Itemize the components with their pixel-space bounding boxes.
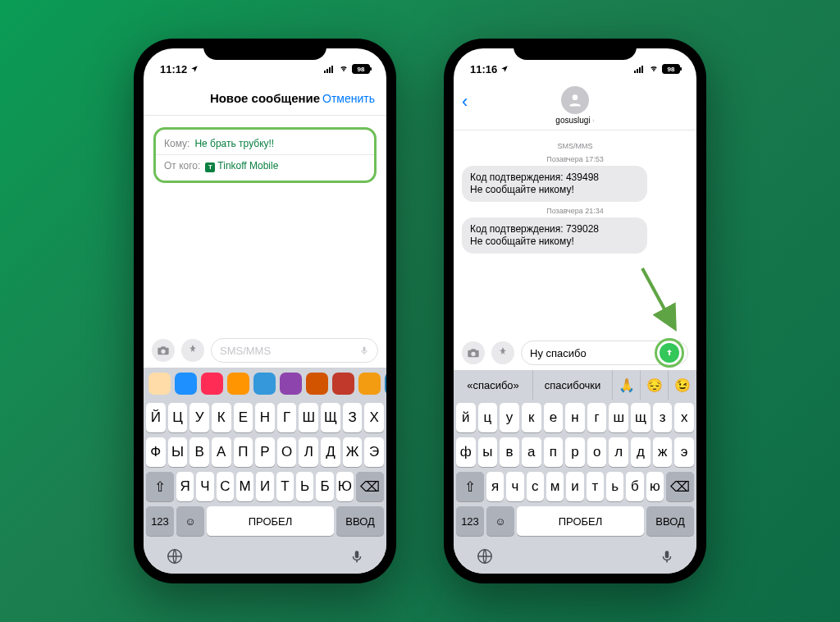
mic-icon[interactable] (359, 344, 369, 357)
app-strip[interactable] (144, 368, 386, 400)
delete-key[interactable]: ⌫ (356, 472, 384, 501)
key-ь[interactable]: ь (606, 472, 623, 501)
key-х[interactable]: х (674, 403, 694, 432)
message-input[interactable]: SMS/MMS (211, 338, 378, 363)
key-ш[interactable]: ш (609, 403, 628, 432)
key-о[interactable]: о (587, 437, 607, 467)
numbers-key[interactable]: 123 (146, 506, 174, 536)
key-г[interactable]: г (587, 403, 607, 432)
key-Ь[interactable]: Ь (296, 472, 313, 501)
camera-button[interactable] (462, 341, 485, 364)
enter-key[interactable]: Ввод (646, 506, 694, 536)
key-Э[interactable]: Э (364, 437, 384, 467)
numbers-key[interactable]: 123 (456, 506, 484, 536)
key-А[interactable]: А (212, 437, 231, 467)
key-м[interactable]: м (546, 472, 564, 501)
shift-key[interactable]: ⇧ (456, 472, 484, 501)
key-Т[interactable]: Т (276, 472, 294, 501)
key-О[interactable]: О (277, 437, 297, 467)
key-д[interactable]: д (631, 437, 651, 467)
key-а[interactable]: а (522, 437, 541, 467)
key-з[interactable]: з (653, 403, 673, 432)
key-т[interactable]: т (587, 472, 604, 501)
key-Х[interactable]: Х (364, 403, 384, 432)
key-в[interactable]: в (500, 437, 519, 467)
globe-icon[interactable] (476, 547, 494, 565)
key-ж[interactable]: ж (653, 437, 673, 467)
key-ю[interactable]: ю (646, 472, 664, 501)
emoji-key[interactable]: ☺ (176, 506, 204, 536)
key-М[interactable]: М (236, 472, 253, 501)
app-drawer-icon-0[interactable] (148, 373, 171, 395)
from-field[interactable]: От кого: TTinkoff Mobile (156, 154, 374, 177)
emoji-key[interactable]: ☺ (486, 506, 514, 536)
space-key[interactable]: Пробел (207, 506, 334, 536)
cancel-button[interactable]: Отменить (322, 92, 375, 105)
key-щ[interactable]: щ (631, 403, 651, 432)
delete-key[interactable]: ⌫ (666, 472, 694, 501)
key-С[interactable]: С (217, 472, 234, 501)
shift-key[interactable]: ⇧ (146, 472, 174, 501)
message-bubble[interactable]: Код подтверждения: 739028Не сообщайте ни… (462, 217, 647, 254)
key-с[interactable]: с (527, 472, 544, 501)
key-Ф[interactable]: Ф (146, 437, 166, 467)
key-л[interactable]: л (609, 437, 628, 467)
key-б[interactable]: б (626, 472, 643, 501)
key-Щ[interactable]: Щ (321, 403, 340, 432)
key-п[interactable]: п (544, 437, 564, 467)
app-drawer-icon-7[interactable] (332, 373, 354, 395)
key-У[interactable]: У (189, 403, 209, 432)
key-Л[interactable]: Л (299, 437, 318, 467)
dictation-icon[interactable] (349, 547, 364, 565)
camera-button[interactable] (152, 339, 175, 362)
app-drawer-icon-3[interactable] (227, 373, 249, 395)
appstore-button[interactable] (181, 339, 204, 362)
key-К[interactable]: К (212, 403, 231, 432)
suggestion-emoji[interactable]: 🙏 (613, 370, 641, 400)
message-bubble[interactable]: Код подтверждения: 439498Не сообщайте ни… (462, 166, 647, 202)
key-Й[interactable]: Й (146, 403, 166, 432)
suggestion[interactable]: «спасибо» (454, 370, 533, 400)
app-drawer-icon-1[interactable] (175, 373, 197, 395)
key-Ж[interactable]: Ж (343, 437, 363, 467)
key-В[interactable]: В (189, 437, 209, 467)
app-drawer-icon-8[interactable] (358, 373, 381, 395)
contact-name[interactable]: gosuslugi› (555, 116, 594, 125)
contact-avatar[interactable] (561, 86, 589, 114)
message-input[interactable]: Ну спасибо (521, 341, 688, 365)
suggestion[interactable]: спасибочки (533, 370, 613, 400)
key-у[interactable]: у (500, 403, 519, 432)
message-thread[interactable]: SMS/MMS Позавчера 17:53 Код подтверждени… (454, 130, 696, 336)
app-drawer-icon-4[interactable] (253, 373, 276, 395)
enter-key[interactable]: Ввод (336, 506, 384, 536)
key-Б[interactable]: Б (316, 472, 333, 501)
key-э[interactable]: э (674, 437, 694, 467)
key-Ч[interactable]: Ч (196, 472, 213, 501)
space-key[interactable]: Пробел (517, 506, 644, 536)
to-field[interactable]: Кому: Не брать трубку!! (156, 133, 374, 154)
key-й[interactable]: й (456, 403, 476, 432)
key-н[interactable]: н (565, 403, 585, 432)
key-И[interactable]: И (256, 472, 273, 501)
dictation-icon[interactable] (660, 547, 674, 565)
app-drawer-icon-6[interactable] (306, 373, 328, 395)
appstore-button[interactable] (491, 341, 514, 364)
app-drawer-icon-9[interactable] (385, 373, 386, 395)
suggestion-emoji[interactable]: 😔 (641, 370, 669, 400)
back-button[interactable]: ‹ (462, 91, 468, 112)
key-ы[interactable]: ы (478, 437, 498, 467)
key-ц[interactable]: ц (478, 403, 498, 432)
key-ф[interactable]: ф (456, 437, 476, 467)
app-drawer-icon-5[interactable] (280, 373, 302, 395)
key-З[interactable]: З (343, 403, 363, 432)
key-е[interactable]: е (544, 403, 564, 432)
key-Е[interactable]: Е (234, 403, 253, 432)
key-П[interactable]: П (234, 437, 253, 467)
key-Р[interactable]: Р (255, 437, 275, 467)
key-Ш[interactable]: Ш (299, 403, 318, 432)
globe-icon[interactable] (166, 547, 184, 565)
key-Д[interactable]: Д (321, 437, 340, 467)
key-Н[interactable]: Н (255, 403, 275, 432)
key-к[interactable]: к (522, 403, 541, 432)
app-drawer-icon-2[interactable] (201, 373, 223, 395)
